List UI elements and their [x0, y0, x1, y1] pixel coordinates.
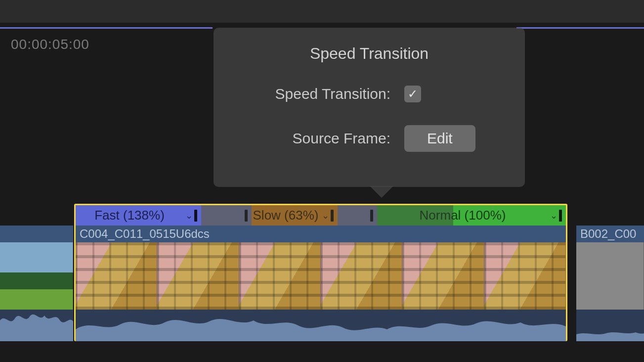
- clip-next[interactable]: B002_C00: [576, 204, 644, 341]
- retime-segment-normal[interactable]: Normal (100%)⌄: [377, 205, 566, 226]
- waveform-icon: [76, 310, 566, 341]
- check-icon: ✓: [408, 87, 418, 101]
- popover-dim-overlay: [201, 205, 252, 226]
- popover-title: Speed Transition: [214, 28, 525, 63]
- speed-transition-label: Speed Transition:: [235, 86, 404, 102]
- thumbnail: [402, 242, 484, 310]
- thumbnail: [76, 242, 157, 310]
- thumbnail: [157, 242, 239, 310]
- speed-transition-popover: Speed Transition Speed Transition: ✓ Sou…: [214, 28, 525, 187]
- chevron-down-icon[interactable]: ⌄: [183, 210, 194, 221]
- thumbnail: [239, 242, 321, 310]
- thumbnail: [0, 242, 73, 310]
- clip-previous[interactable]: [0, 204, 73, 341]
- chevron-down-icon[interactable]: ⌄: [320, 210, 331, 221]
- clip-thumbnails: [0, 242, 73, 310]
- waveform-icon: [576, 310, 644, 341]
- thumbnail: [484, 242, 566, 310]
- audio-waveform[interactable]: [576, 310, 644, 341]
- clip-label: [0, 226, 73, 242]
- speed-transition-checkbox[interactable]: ✓: [404, 86, 421, 102]
- retime-handle[interactable]: [245, 210, 248, 222]
- retime-bar[interactable]: Fast (138%)⌄Slow (63%)⌄Normal (100%)⌄: [76, 205, 566, 226]
- timeline[interactable]: Fast (138%)⌄Slow (63%)⌄Normal (100%)⌄ C0…: [0, 204, 644, 341]
- source-frame-label: Source Frame:: [235, 130, 404, 147]
- retime-handle[interactable]: [370, 210, 373, 222]
- retime-segment-fast[interactable]: Fast (138%)⌄: [76, 205, 201, 226]
- thumbnail: [321, 242, 402, 310]
- retime-handle[interactable]: [194, 210, 197, 222]
- source-frame-edit-button[interactable]: Edit: [404, 125, 475, 152]
- audio-waveform[interactable]: [0, 310, 73, 341]
- retime-handle[interactable]: [559, 210, 562, 222]
- clip-label: C004_C011_0515U6dcs: [76, 226, 566, 242]
- retime-segment-trans[interactable]: [338, 205, 377, 226]
- waveform-icon: [0, 310, 73, 341]
- retime-handle[interactable]: [331, 210, 334, 222]
- retime-segment-label: Fast (138%): [76, 208, 183, 223]
- clip-label: B002_C00: [576, 226, 644, 242]
- clip-thumbnails: [76, 242, 566, 310]
- ruler-timecode: 00:00:05:00: [11, 37, 89, 52]
- chevron-down-icon[interactable]: ⌄: [548, 210, 559, 221]
- popover-arrow-icon: [370, 186, 393, 198]
- retime-segment-label: Normal (100%): [377, 208, 548, 223]
- clip-thumbnails: [576, 242, 644, 310]
- thumbnail: [576, 242, 644, 310]
- retime-segment-trans[interactable]: [201, 205, 252, 226]
- retime-segment-label: Slow (63%): [252, 208, 320, 223]
- retime-segment-slow[interactable]: Slow (63%)⌄: [252, 205, 338, 226]
- app-toolbar: [0, 0, 644, 23]
- audio-waveform[interactable]: [76, 310, 566, 341]
- clip-selected[interactable]: Fast (138%)⌄Slow (63%)⌄Normal (100%)⌄ C0…: [74, 204, 567, 341]
